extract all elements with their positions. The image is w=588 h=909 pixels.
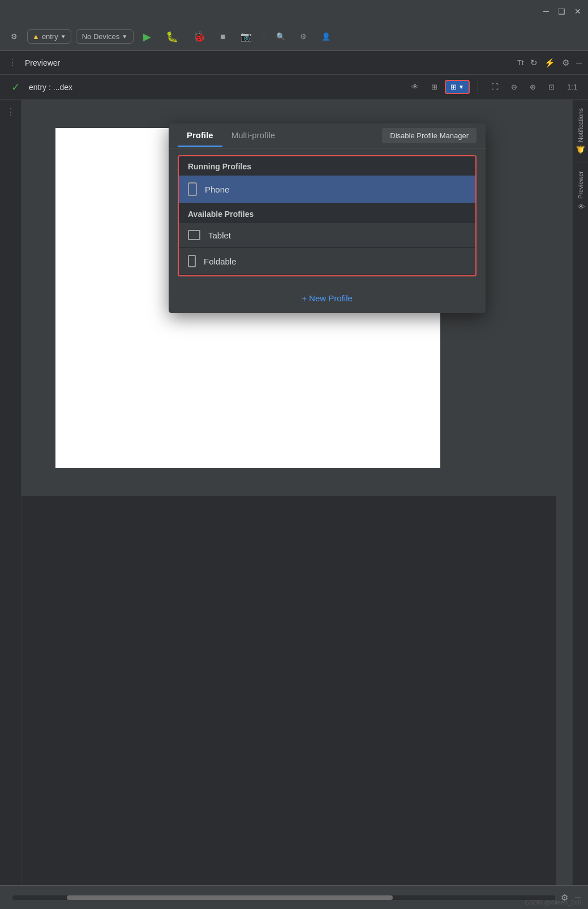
zoom-in-icon: ⊕ (530, 83, 536, 91)
foldable-label: Foldable (204, 257, 237, 266)
entry-dropdown-arrow: ▼ (61, 33, 66, 40)
bottom-bar: ⚙ ─ (0, 885, 588, 909)
eye-icon: 👁 (411, 83, 419, 91)
no-devices-label: No Devices (82, 32, 119, 41)
foldable-icon (188, 255, 196, 267)
layers-icon: ⊞ (431, 83, 437, 91)
bug-icon: 🐛 (166, 31, 178, 43)
crop-button[interactable]: ⛶ (486, 80, 504, 94)
available-profiles-section: Available Profiles Tablet Foldable (179, 204, 475, 274)
breadcrumb: entry : ...dex (29, 83, 72, 92)
settings-icon: ⚙ (300, 32, 307, 41)
font-icon[interactable]: Tt (517, 58, 524, 67)
notifications-icon: 🔔 (576, 146, 585, 155)
profile-list-container: Running Profiles Phone Available Profile… (178, 155, 477, 276)
eye-view-button[interactable]: 👁 (406, 80, 424, 94)
refresh-icon[interactable]: ↻ (530, 58, 538, 68)
sidebar-tab-previewer[interactable]: 👁 Previewer (573, 163, 588, 217)
bug2-icon: 🐞 (193, 31, 205, 43)
account-icon: 👤 (321, 32, 331, 41)
zoom-group: ⛶ ⊖ ⊕ ⊡ 1:1 (486, 80, 582, 94)
profile-item-tablet[interactable]: Tablet (179, 223, 475, 247)
settings-icon-btn[interactable]: ⚙ (6, 29, 23, 44)
available-profiles-title: Available Profiles (179, 204, 475, 222)
profile-dropdown-arrow: ▼ (458, 84, 464, 90)
previewer-sidebar-icon: 👁 (576, 202, 585, 210)
stop-icon: ■ (220, 32, 226, 42)
preview-area: Profile Multi-profile Disable Profile Ma… (22, 100, 572, 909)
notifications-label: Notifications (577, 108, 584, 142)
gear-icon: ⚙ (11, 32, 18, 41)
search-icon: 🔍 (276, 32, 285, 41)
grid-icon: ⊞ (450, 83, 457, 91)
horizontal-scrollbar[interactable] (12, 895, 555, 900)
title-bar: ─ ❑ ✕ (0, 0, 588, 23)
toolbar-separator-1 (264, 30, 264, 44)
settings-icon[interactable]: ⚙ (562, 58, 569, 68)
previewer-title: Previewer (25, 58, 512, 67)
minimize-button[interactable]: ─ (543, 7, 549, 15)
profile-item-foldable[interactable]: Foldable (179, 248, 475, 274)
zoom-in-button[interactable]: ⊕ (525, 80, 541, 94)
new-profile-row: + New Profile (169, 283, 486, 313)
left-sidebar: ⋮ (0, 100, 22, 909)
debug2-button[interactable]: 🐞 (188, 28, 211, 46)
zoom-out-button[interactable]: ⊖ (506, 80, 522, 94)
resize-button[interactable]: ⊡ (543, 80, 560, 94)
tab-disable-profile-manager[interactable]: Disable Profile Manager (382, 128, 477, 143)
window-controls: ─ ❑ ✕ (543, 7, 581, 15)
menu-icon[interactable]: ⋮ (6, 55, 19, 70)
watermark: CSDN @Aileen_0v0 (525, 899, 581, 906)
profile-grid-button[interactable]: ⊞ ▼ (445, 80, 470, 94)
lightning-icon[interactable]: ⚡ (544, 58, 555, 68)
search-button[interactable]: 🔍 (271, 29, 290, 44)
tablet-label: Tablet (208, 231, 231, 240)
main-toolbar: ⚙ ▲ entry ▼ No Devices ▼ ▶ 🐛 🐞 ■ 📷 🔍 ⚙ 👤 (0, 23, 588, 51)
debug-button[interactable]: 🐛 (161, 28, 183, 46)
camera-icon: 📷 (241, 31, 252, 42)
layers-button[interactable]: ⊞ (426, 80, 443, 94)
crop-icon: ⛶ (491, 83, 499, 91)
stop-button[interactable]: ■ (215, 29, 231, 45)
maximize-button[interactable]: ❑ (558, 7, 565, 15)
ratio-button[interactable]: 1:1 (562, 80, 582, 94)
play-icon: ▶ (143, 31, 151, 43)
running-profiles-title: Running Profiles (179, 156, 475, 174)
entry-label: entry (42, 32, 58, 41)
resize-icon: ⊡ (548, 83, 555, 91)
new-profile-button[interactable]: + New Profile (299, 291, 355, 305)
play-button[interactable]: ▶ (138, 28, 156, 46)
settings-button[interactable]: ⚙ (295, 29, 312, 44)
previewer-bar-icons: Tt ↻ ⚡ ⚙ ─ (517, 58, 582, 68)
account-button[interactable]: 👤 (316, 29, 336, 44)
tab-profile[interactable]: Profile (178, 125, 222, 147)
entry-pyramid-icon: ▲ (32, 32, 40, 41)
profile-item-phone[interactable]: Phone (179, 176, 475, 203)
no-devices-dropdown[interactable]: No Devices ▼ (76, 29, 134, 44)
phone-icon (188, 182, 197, 196)
view-toggle-group: 👁 ⊞ ⊞ ▼ (406, 80, 470, 94)
dark-background-area (22, 496, 556, 885)
close-button[interactable]: ✕ (574, 7, 581, 15)
content-toolbar: ✓ entry : ...dex 👁 ⊞ ⊞ ▼ ⛶ ⊖ ⊕ ⊡ 1:1 (0, 75, 588, 100)
camera-button[interactable]: 📷 (235, 28, 257, 45)
minimize-icon[interactable]: ─ (576, 58, 582, 67)
right-sidebar: 🔔 Notifications 👁 Previewer (572, 100, 588, 909)
phone-label: Phone (205, 185, 229, 194)
sidebar-tab-notifications[interactable]: 🔔 Notifications (573, 100, 588, 163)
dropdown-tabs-row: Profile Multi-profile Disable Profile Ma… (169, 123, 486, 148)
ratio-label: 1:1 (567, 83, 577, 91)
entry-dropdown[interactable]: ▲ entry ▼ (27, 29, 71, 44)
previewer-sidebar-label: Previewer (577, 171, 584, 199)
scrollbar-thumb (67, 895, 393, 900)
sidebar-icon-1[interactable]: ⋮ (4, 104, 18, 120)
tab-multiprofile[interactable]: Multi-profile (222, 125, 285, 147)
tablet-icon (188, 230, 200, 240)
no-devices-arrow: ▼ (122, 33, 127, 40)
checkmark-icon: ✓ (11, 81, 20, 93)
zoom-out-icon: ⊖ (511, 83, 517, 91)
previewer-bar: ⋮ Previewer Tt ↻ ⚡ ⚙ ─ (0, 51, 588, 75)
main-content-area: ⋮ Profile Multi-profile Disable Profile … (0, 100, 588, 909)
profile-dropdown-popup: Profile Multi-profile Disable Profile Ma… (169, 123, 486, 313)
toolbar-sep-2 (478, 80, 478, 94)
